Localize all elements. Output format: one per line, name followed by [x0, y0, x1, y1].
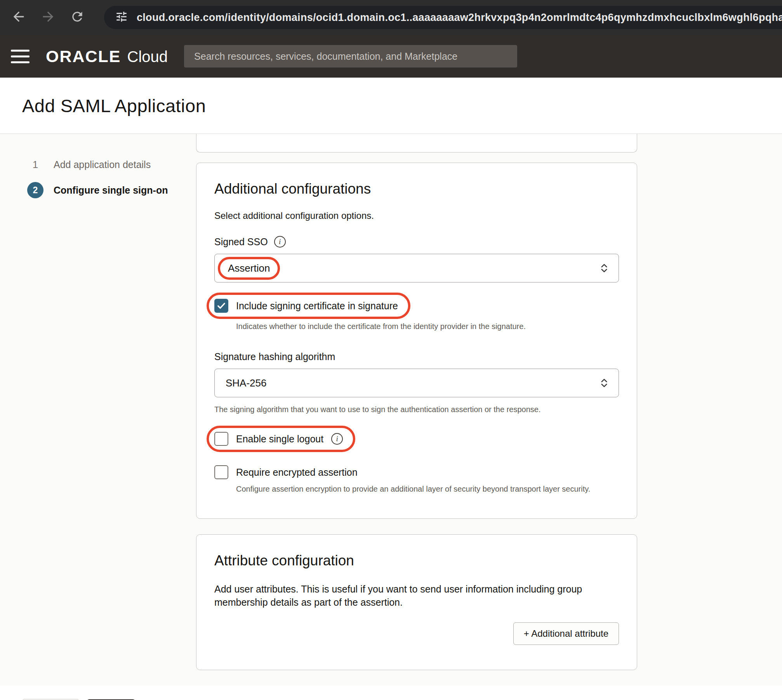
step-label: Configure single sign-on [54, 185, 168, 196]
address-bar[interactable]: cloud.oracle.com/identity/domains/ocid1.… [104, 6, 782, 29]
hash-label-row: Signature hashing algorithm [214, 351, 619, 362]
additional-attribute-button[interactable]: + Additional attribute [513, 622, 619, 645]
action-bar: Previous Finish Cancel [0, 686, 782, 700]
additional-configurations-card: Additional configurations Select additio… [196, 163, 637, 519]
enable-single-logout-info-icon[interactable]: i [331, 433, 343, 445]
include-signing-certificate-checkbox[interactable] [214, 299, 228, 313]
hash-select[interactable]: SHA-256 [214, 369, 619, 397]
stepper: 1 Add application details 2 Configure si… [0, 134, 196, 686]
content-area: 1 Add application details 2 Configure si… [0, 133, 782, 686]
step-number-badge: 2 [27, 182, 43, 198]
additional-configurations-title: Additional configurations [214, 181, 619, 197]
signed-sso-select[interactable]: Assertion [214, 254, 619, 282]
back-icon[interactable] [11, 9, 26, 26]
select-chevron-icon [598, 262, 610, 274]
global-search-input[interactable] [184, 45, 517, 68]
signed-sso-value: Assertion [228, 262, 270, 274]
include-signing-certificate-row[interactable]: Include signing certificate in signature [207, 293, 410, 319]
main-panel: Additional configurations Select additio… [196, 134, 782, 686]
reload-icon[interactable] [70, 9, 85, 26]
select-chevron-icon [598, 377, 610, 389]
stepper-step-add-application-details[interactable]: 1 Add application details [27, 156, 196, 173]
stepper-step-configure-single-sign-on[interactable]: 2 Configure single sign-on [27, 182, 196, 198]
brand-oracle: ORACLE [46, 47, 121, 66]
previous-section-card-bottom [196, 134, 637, 152]
additional-configurations-subtitle: Select additional configuration options. [214, 210, 619, 221]
signed-sso-info-icon[interactable]: i [274, 236, 286, 248]
forward-icon[interactable] [40, 9, 56, 26]
attribute-configuration-description: Add user attributes. This is useful if y… [214, 583, 603, 609]
require-encrypted-assertion-checkbox[interactable] [214, 465, 228, 479]
include-signing-certificate-label: Include signing certificate in signature [236, 300, 398, 312]
oracle-cloud-logo[interactable]: ORACLE Cloud [46, 47, 168, 66]
app-header: ORACLE Cloud [0, 35, 782, 78]
step-label: Add application details [54, 159, 151, 170]
require-encrypted-assertion-help: Configure assertion encryption to provid… [236, 485, 619, 494]
page-title: Add SAML Application [22, 95, 206, 116]
require-encrypted-assertion-row[interactable]: Require encrypted assertion [214, 465, 619, 479]
attribute-button-row: + Additional attribute [214, 622, 619, 645]
include-signing-certificate-help: Indicates whether to include the certifi… [236, 322, 619, 331]
require-encrypted-assertion-label: Require encrypted assertion [236, 467, 358, 478]
url-text: cloud.oracle.com/identity/domains/ocid1.… [137, 12, 782, 24]
hash-help: The signing algorithm that you want to u… [214, 405, 619, 414]
enable-single-logout-label: Enable single logout [236, 433, 323, 445]
title-bar: Add SAML Application [0, 78, 782, 133]
screen: cloud.oracle.com/identity/domains/ocid1.… [0, 0, 782, 700]
menu-icon[interactable] [11, 50, 30, 63]
assertion-highlight-ring: Assertion [218, 257, 280, 280]
attribute-configuration-title: Attribute configuration [214, 553, 619, 569]
browser-chrome: cloud.oracle.com/identity/domains/ocid1.… [0, 0, 782, 35]
previous-button[interactable]: Previous [22, 699, 79, 700]
step-number: 1 [27, 156, 43, 173]
hash-label: Signature hashing algorithm [214, 351, 335, 362]
signed-sso-label-row: Signed SSO i [214, 236, 619, 248]
check-mark-icon [216, 301, 226, 311]
hash-value: SHA-256 [226, 377, 267, 389]
browser-nav-icons [11, 9, 85, 26]
site-settings-icon[interactable] [115, 10, 128, 25]
signed-sso-label: Signed SSO [214, 236, 268, 248]
enable-single-logout-row[interactable]: Enable single logout i [207, 426, 355, 452]
enable-single-logout-checkbox[interactable] [214, 432, 228, 446]
brand-cloud: Cloud [127, 48, 168, 66]
attribute-configuration-card: Attribute configuration Add user attribu… [196, 534, 637, 670]
